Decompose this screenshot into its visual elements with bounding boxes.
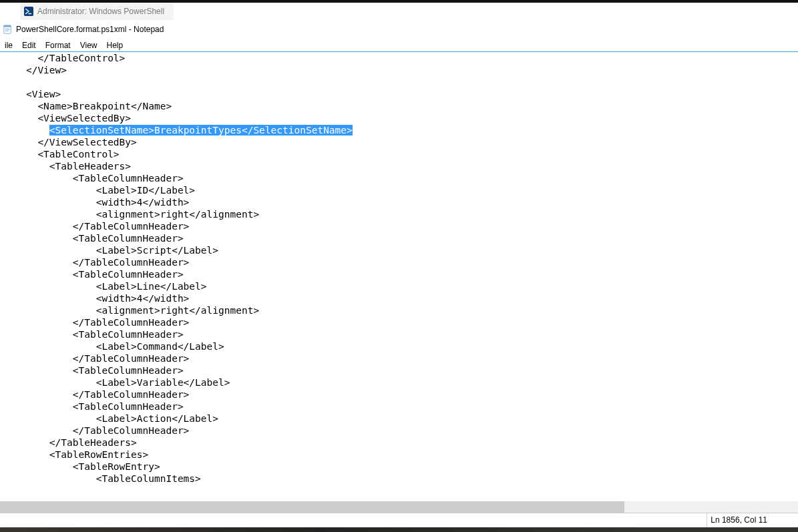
notepad-icon — [3, 25, 12, 34]
powershell-icon — [24, 7, 33, 16]
notepad-title: PowerShellCore.format.ps1xml - Notepad — [16, 25, 164, 34]
statusbar: Ln 1856, Col 11 — [0, 513, 798, 527]
notepad-titlebar[interactable]: PowerShellCore.format.ps1xml - Notepad — [0, 20, 798, 39]
menu-help[interactable]: Help — [102, 39, 128, 51]
editor-content[interactable]: </TableControl> </View> <View> <Name>Bre… — [0, 52, 798, 485]
powershell-tab-title: Administrator: Windows PowerShell — [37, 7, 164, 16]
menubar: ile Edit Format View Help — [0, 39, 798, 52]
text-editor[interactable]: </TableControl> </View> <View> <Name>Bre… — [0, 52, 798, 501]
horizontal-scrollbar-thumb[interactable] — [0, 501, 624, 513]
svg-rect-2 — [4, 25, 11, 27]
cursor-position: Ln 1856, Col 11 — [711, 515, 767, 525]
menu-view[interactable]: View — [75, 39, 102, 51]
code-block-1: </TableControl> </View> <View> <Name>Bre… — [3, 53, 172, 136]
powershell-titlebar: Administrator: Windows PowerShell — [0, 0, 798, 20]
statusbar-separator — [707, 513, 707, 527]
horizontal-scrollbar[interactable] — [0, 501, 798, 513]
menu-format[interactable]: Format — [41, 39, 75, 51]
menu-file[interactable]: ile — [0, 39, 17, 51]
powershell-tab[interactable]: Administrator: Windows PowerShell — [20, 3, 174, 20]
menu-edit[interactable]: Edit — [17, 39, 41, 51]
code-block-2: </ViewSelectedBy> <TableControl> <TableH… — [3, 137, 259, 484]
desktop-background-strip — [0, 527, 798, 532]
code-selection: <SelectionSetName>BreakpointTypes</Selec… — [49, 125, 353, 136]
